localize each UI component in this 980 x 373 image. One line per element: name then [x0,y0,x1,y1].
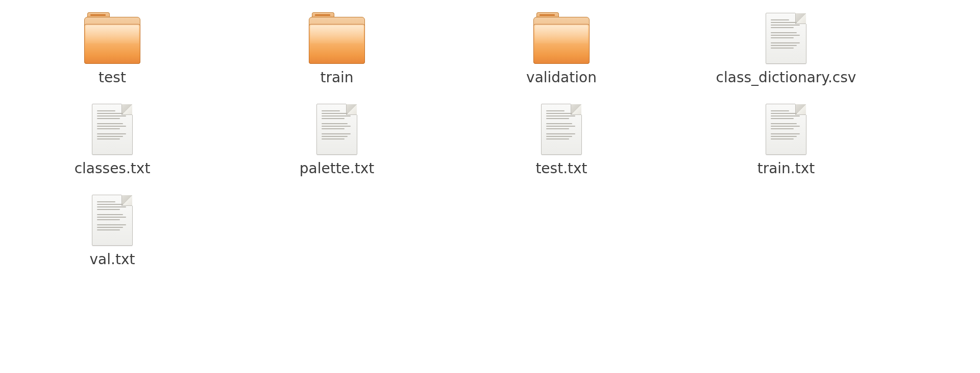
folder-icon [84,17,140,64]
file-label: classes.txt [75,160,151,177]
file-icon-view: test train validation [36,13,980,268]
folder-test[interactable]: test [36,13,189,86]
file-train-txt[interactable]: train.txt [709,104,863,177]
file-classes-txt[interactable]: classes.txt [36,104,189,177]
file-palette-txt[interactable]: palette.txt [260,104,413,177]
file-label: train [320,69,353,86]
text-file-icon [92,104,133,155]
text-file-icon [316,104,357,155]
file-label: class_dictionary.csv [716,69,856,86]
folder-train[interactable]: train [260,13,413,86]
folder-validation[interactable]: validation [485,13,638,86]
file-label: palette.txt [300,160,375,177]
text-file-icon [92,195,133,246]
file-label: train.txt [757,160,815,177]
text-file-icon [766,104,806,155]
file-val-txt[interactable]: val.txt [36,195,189,268]
folder-icon [309,17,365,64]
file-class-dictionary-csv[interactable]: class_dictionary.csv [709,13,863,86]
file-label: test [99,69,126,86]
folder-icon [533,17,590,64]
file-label: test.txt [535,160,587,177]
text-file-icon [766,13,806,64]
file-label: val.txt [90,251,135,268]
text-file-icon [541,104,582,155]
file-label: validation [526,69,597,86]
file-test-txt[interactable]: test.txt [485,104,638,177]
